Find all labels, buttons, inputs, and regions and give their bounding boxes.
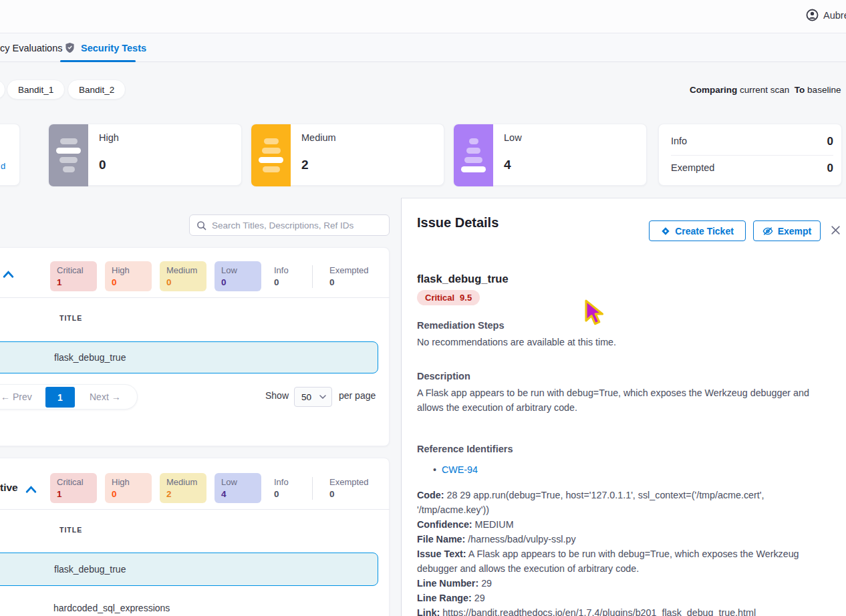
issue-row[interactable]: flask_debug_true — [0, 553, 378, 586]
remediation-heading: Remediation Steps — [417, 320, 505, 331]
user-menu[interactable]: Aubre — [806, 9, 846, 21]
severity-bars-icon — [251, 124, 291, 186]
next-page-button[interactable]: Next → — [90, 385, 121, 409]
pill-count: 0 — [221, 277, 261, 287]
issue-fields: Code: 28 29 app.run(debug=True, host='12… — [417, 488, 837, 616]
exempted-value: 0 — [827, 162, 833, 175]
filter-pill-high[interactable]: High 0 — [105, 473, 152, 503]
filter-pill-exempted[interactable]: Exempted 0 — [323, 473, 376, 503]
active-tab-underline — [60, 60, 136, 62]
close-icon[interactable] — [829, 223, 842, 237]
severity-card-value: 2 — [301, 158, 309, 172]
field-label: Confidence: — [417, 519, 472, 530]
tab-policy-evaluations[interactable]: cy Evaluations — [0, 43, 63, 53]
pill-count: 1 — [57, 277, 97, 287]
issue-row[interactable]: flask_debug_true — [0, 341, 378, 373]
pagination: ← Prev 1 Next → — [0, 384, 138, 410]
prev-page-button[interactable]: ← Prev — [1, 385, 32, 409]
field-label: Issue Text: — [417, 549, 466, 559]
field-line-number: Line Number: 29 — [417, 576, 837, 591]
search-input[interactable] — [212, 220, 382, 230]
info-exempted-card[interactable]: Info 0 Exempted 0 — [658, 124, 842, 186]
filter-pill-critical[interactable]: Critical 1 — [50, 261, 97, 291]
info-value: 0 — [827, 135, 833, 148]
pill-count: 0 — [274, 277, 314, 287]
filter-pill-high[interactable]: High 0 — [105, 261, 152, 291]
field-label: Line Number: — [417, 578, 478, 589]
filter-pill-exempted[interactable]: Exempted 0 — [323, 261, 376, 291]
severity-card-medium[interactable]: Medium 2 — [251, 124, 444, 186]
compare-to-label: To — [795, 85, 805, 95]
issue-row[interactable]: hardcoded_sql_expressions — [0, 592, 378, 616]
filter-pill-low[interactable]: Low 0 — [215, 261, 261, 291]
scanner-chip-bandit2[interactable]: Bandit_2 — [67, 80, 126, 100]
field-value: /harness/bad/vulpy-ssl.py — [468, 534, 575, 545]
create-ticket-button[interactable]: Create Ticket — [649, 220, 746, 241]
severity-badge-label: Critical — [425, 293, 454, 303]
field-value: 29 — [474, 593, 485, 603]
search-box — [189, 214, 390, 236]
filter-pill-medium[interactable]: Medium 0 — [160, 261, 206, 291]
severity-badge: Critical 9.5 — [417, 290, 480, 305]
pill-count: 0 — [166, 277, 206, 287]
pill-label: Medium — [166, 265, 206, 275]
severity-card-low[interactable]: Low 4 — [453, 124, 647, 186]
prev-arrow-icon: ← — [1, 392, 10, 402]
chevron-up-icon[interactable] — [3, 270, 14, 279]
page-size-select[interactable]: 50 — [294, 387, 332, 407]
filter-pill-info[interactable]: Info 0 — [267, 473, 314, 503]
field-value: A Flask app appears to be run with debug… — [417, 549, 799, 574]
pill-label: Critical — [57, 477, 97, 487]
issue-row-title: hardcoded_sql_expressions — [53, 603, 170, 613]
pill-label: High — [112, 265, 152, 275]
chevron-up-icon[interactable] — [25, 485, 37, 494]
severity-card-value: 4 — [504, 158, 511, 172]
exempt-label: Exempt — [778, 226, 812, 237]
filter-pill-low[interactable]: Low 4 — [215, 473, 261, 503]
field-line-range: Line Range: 29 — [417, 591, 837, 605]
compare-status: Comparing current scan To baseline — [690, 85, 841, 95]
field-label: Link: — [417, 607, 440, 616]
chip-label: Bandit_1 — [18, 85, 53, 95]
tab-security-tests[interactable]: Security Tests — [65, 42, 146, 53]
chevron-down-icon — [319, 395, 326, 399]
filter-pill-critical[interactable]: Critical 1 — [50, 473, 97, 503]
pill-count: 1 — [57, 489, 97, 499]
severity-card-high[interactable]: High 0 — [48, 124, 242, 186]
filter-pill-info[interactable]: Info 0 — [267, 261, 314, 291]
severity-bars-icon — [454, 124, 493, 186]
issue-title: flask_debug_true — [417, 273, 509, 285]
tab-security-tests-label: Security Tests — [81, 43, 146, 53]
description-heading: Description — [417, 371, 470, 381]
field-file-name: File Name: /harness/bad/vulpy-ssl.py — [417, 532, 837, 547]
pill-count: 0 — [329, 277, 376, 287]
pill-divider — [312, 477, 313, 500]
scanner-chip-partial[interactable] — [0, 80, 5, 100]
column-header-title: TITLE — [59, 526, 82, 534]
pill-label: Critical — [57, 265, 97, 275]
clipped-link-fragment: d — [1, 161, 5, 171]
severity-card-value: 0 — [99, 158, 106, 172]
severity-card-label: High — [99, 132, 119, 143]
next-arrow-icon: → — [112, 392, 121, 402]
pill-label: Exempted — [329, 477, 376, 487]
page-number-button[interactable]: 1 — [45, 387, 75, 408]
field-code: Code: 28 29 app.run(debug=True, host='12… — [417, 488, 837, 517]
cwe-link[interactable]: CWE-94 — [442, 464, 478, 475]
severity-card-partial[interactable]: d — [0, 124, 20, 186]
field-confidence: Confidence: MEDIUM — [417, 517, 837, 532]
compare-current: current scan — [740, 85, 789, 95]
field-label: Code: — [417, 490, 444, 500]
filter-pill-medium[interactable]: Medium 2 — [160, 473, 206, 503]
exempt-button[interactable]: Exempt — [753, 220, 821, 241]
card-divider — [0, 297, 390, 298]
description-text: A Flask app appears to be run with debug… — [417, 386, 833, 415]
top-bar — [0, 0, 846, 33]
severity-card-label: Low — [504, 132, 522, 143]
security-tests-page: Aubre cy Evaluations Security Tests Band… — [0, 0, 846, 616]
card-divider — [671, 155, 833, 156]
scanner-chip-bandit1[interactable]: Bandit_1 — [7, 80, 65, 100]
pill-label: Exempted — [329, 265, 376, 275]
pill-count: 0 — [112, 277, 152, 287]
cursor — [581, 299, 606, 328]
